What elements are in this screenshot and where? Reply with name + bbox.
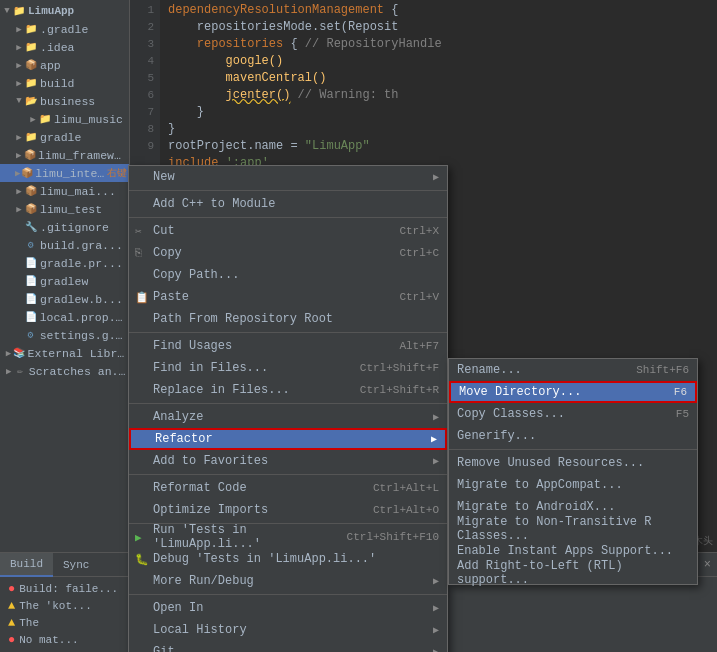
menu-item-optimize[interactable]: Optimize Imports Ctrl+Alt+O [129,499,447,521]
tab-sync[interactable]: Sync [53,553,99,577]
tab-sync-label: Sync [63,559,89,571]
debug-icon: 🐛 [135,553,149,566]
tree-scratches-arrow: ▶ [4,366,13,377]
tree-gradle-icon: 📁 [24,22,38,36]
tree-local-props-icon: 📄 [24,310,38,324]
refactor-item-rtl[interactable]: Add Right-to-Left (RTL) support... [449,562,697,584]
menu-item-local-history[interactable]: Local History ▶ [129,619,447,641]
tree-item-gitignore[interactable]: 🔧 .gitignore [0,218,129,236]
tree-build-label: build [40,77,75,90]
tree-limu-test-label: limu_test [40,203,102,216]
tree-gradlew-icon: 📄 [24,274,38,288]
tree-item-settings-gradle[interactable]: ⚙ settings.g... [0,326,129,344]
tree-item-scratches[interactable]: ▶ ✏ Scratches an... [0,362,129,380]
refactor-item-non-transitive[interactable]: Migrate to Non-Transitive R Classes... [449,518,697,540]
tree-gitignore-label: .gitignore [40,221,109,234]
menu-open-in-arrow: ▶ [433,602,439,614]
menu-open-in-label: Open In [153,601,429,615]
menu-item-replace-in-files[interactable]: Replace in Files... Ctrl+Shift+R [129,379,447,401]
refactor-submenu: Rename... Shift+F6 Move Directory... F6 … [448,358,698,585]
refactor-item-migrate-appcompat[interactable]: Migrate to AppCompat... [449,474,697,496]
menu-item-open-in[interactable]: Open In ▶ [129,597,447,619]
menu-item-more-run[interactable]: More Run/Debug ▶ [129,570,447,592]
menu-item-new[interactable]: New ▶ [129,166,447,188]
menu-item-find-usages[interactable]: Find Usages Alt+F7 [129,335,447,357]
menu-item-add-cpp[interactable]: Add C++ to Module [129,193,447,215]
menu-item-run-tests[interactable]: ▶ Run 'Tests in 'LimuApp.li...' Ctrl+Shi… [129,526,447,548]
tree-item-app[interactable]: ▶ 📦 app [0,56,129,74]
tree-item-limu-mai[interactable]: ▶ 📦 limu_mai... [0,182,129,200]
refactor-item-copy-classes[interactable]: Copy Classes... F5 [449,403,697,425]
menu-item-debug-tests[interactable]: 🐛 Debug 'Tests in 'LimuApp.li...' [129,548,447,570]
tree-item-gradle-props[interactable]: 📄 gradle.pr... [0,254,129,272]
refactor-item-move-dir[interactable]: Move Directory... F6 [449,381,697,403]
close-button[interactable]: × [704,558,717,572]
tree-item-limu-interface[interactable]: ▶ 📦 limu_interface 右键 [0,164,129,182]
menu-divider-4 [129,403,447,404]
menu-item-find-in-files[interactable]: Find in Files... Ctrl+Shift+F [129,357,447,379]
tab-build[interactable]: Build [0,553,53,577]
menu-git-arrow: ▶ [433,646,439,652]
tree-business-icon: 📂 [24,94,38,108]
menu-copy-label: Copy [153,246,379,260]
menu-add-cpp-label: Add C++ to Module [153,197,439,211]
refactor-copy-classes-label: Copy Classes... [457,407,676,421]
menu-reformat-label: Reformat Code [153,481,353,495]
refactor-item-remove-unused[interactable]: Remove Unused Resources... [449,452,697,474]
menu-item-copy[interactable]: ⎘ Copy Ctrl+C [129,242,447,264]
menu-run-tests-label: Run 'Tests in 'LimuApp.li...' [153,523,327,551]
tree-item-gradlew-bat[interactable]: 📄 gradlew.b... [0,290,129,308]
menu-divider-2 [129,217,447,218]
tree-item-local-props[interactable]: 📄 local.prop... [0,308,129,326]
menu-path-from-root-label: Path From Repository Root [153,312,439,326]
menu-item-add-favorites[interactable]: Add to Favorites ▶ [129,450,447,472]
refactor-move-dir-shortcut: F6 [674,386,687,398]
tree-external-label: External Libr... [28,347,127,360]
tree-gradle-label: .gradle [40,23,88,36]
tree-item-business[interactable]: ▼ 📂 business [0,92,129,110]
tree-item-limu-test[interactable]: ▶ 📦 limu_test [0,200,129,218]
menu-more-run-label: More Run/Debug [153,574,429,588]
refactor-generify-label: Generify... [457,429,689,443]
menu-replace-in-files-shortcut: Ctrl+Shift+R [360,384,439,396]
tree-idea-arrow: ▶ [14,42,24,53]
tree-limu-framework-icon: 📦 [23,148,36,162]
tree-item-gradle[interactable]: ▶ 📁 .gradle [0,20,129,38]
tree-root-arrow: ▼ [2,6,12,16]
tree-gradlew-bat-icon: 📄 [24,292,38,306]
menu-cut-shortcut: Ctrl+X [399,225,439,237]
refactor-item-generify[interactable]: Generify... [449,425,697,447]
tree-gradle-props-label: gradle.pr... [40,257,123,270]
menu-item-analyze[interactable]: Analyze ▶ [129,406,447,428]
tree-settings-label: settings.g... [40,329,127,342]
tree-item-idea[interactable]: ▶ 📁 .idea [0,38,129,56]
menu-cut-label: Cut [153,224,379,238]
tree-item-build-gradle[interactable]: ⚙ build.gra... [0,236,129,254]
tree-item-limu-framework[interactable]: ▶ 📦 limu_framework [0,146,129,164]
menu-item-cut[interactable]: ✂ Cut Ctrl+X [129,220,447,242]
menu-divider-5 [129,474,447,475]
menu-item-path-from-root[interactable]: Path From Repository Root [129,308,447,330]
menu-item-git[interactable]: Git ▶ [129,641,447,652]
menu-more-run-arrow: ▶ [433,575,439,587]
menu-item-copy-path[interactable]: Copy Path... [129,264,447,286]
tree-item-external[interactable]: ▶ 📚 External Libr... [0,344,129,362]
tree-item-build[interactable]: ▶ 📁 build [0,74,129,92]
menu-find-usages-shortcut: Alt+F7 [399,340,439,352]
tree-item-limu-music[interactable]: ▶ 📁 limu_music [0,110,129,128]
tree-app-icon: 📦 [24,58,38,72]
tree-root[interactable]: ▼ 📁 LimuApp [0,2,129,20]
tree-item-gradle2[interactable]: ▶ 📁 gradle [0,128,129,146]
refactor-item-rename[interactable]: Rename... Shift+F6 [449,359,697,381]
menu-debug-tests-label: Debug 'Tests in 'LimuApp.li...' [153,552,439,566]
main-container: ▼ 📁 LimuApp ▶ 📁 .gradle ▶ 📁 .idea ▶ 📦 ap… [0,0,717,652]
tree-gradle2-label: gradle [40,131,81,144]
refactor-rename-shortcut: Shift+F6 [636,364,689,376]
tree-item-gradlew[interactable]: 📄 gradlew [0,272,129,290]
menu-add-favorites-label: Add to Favorites [153,454,429,468]
menu-analyze-label: Analyze [153,410,429,424]
menu-item-paste[interactable]: 📋 Paste Ctrl+V [129,286,447,308]
menu-item-reformat[interactable]: Reformat Code Ctrl+Alt+L [129,477,447,499]
menu-item-refactor[interactable]: Refactor ▶ [129,428,447,450]
tab-build-label: Build [10,558,43,570]
